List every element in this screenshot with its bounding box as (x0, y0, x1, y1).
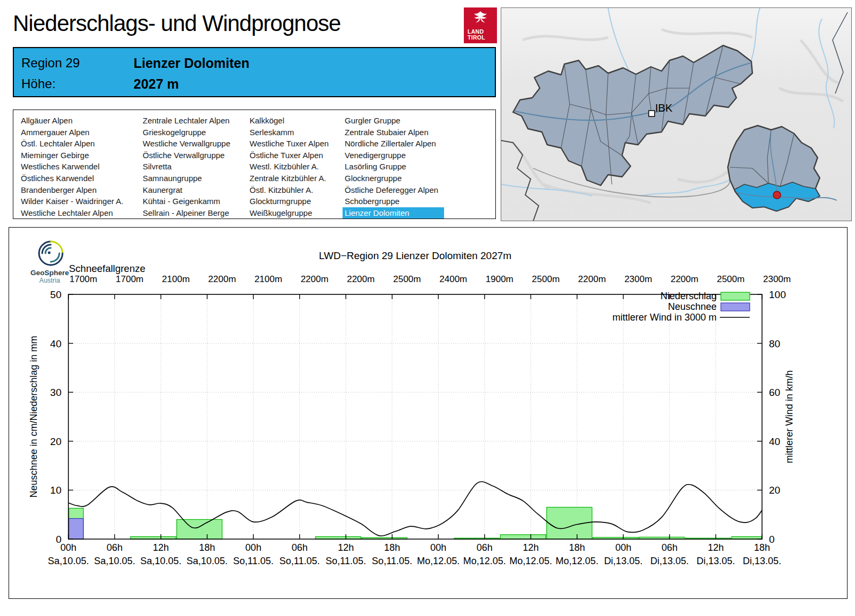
region-info-box: Region 29 Lienzer Dolomiten Höhe: 2027 m (13, 47, 496, 97)
region-list-item[interactable]: Östl. Lechtaler Alpen (19, 138, 123, 150)
snowline-label: Schneefallgrenze (69, 263, 145, 274)
y-axis-left-tick-label: 40 (50, 338, 61, 349)
land-tirol-logo-text: LAND TIROL (468, 29, 485, 41)
region-list-item[interactable]: Kühtai - Geigenkamm (141, 196, 230, 207)
elevation-label: Höhe: (21, 76, 134, 92)
region-list-item[interactable]: Grieskogelgruppe (141, 127, 230, 138)
forecast-chart: 0102030405002040608010000hSa,10.05.06hSa… (9, 228, 847, 598)
tirol-map: IBK (501, 7, 852, 221)
snowline-value: 2500m (393, 274, 421, 284)
wind-line (68, 482, 762, 536)
region-list-item[interactable]: Ammergauer Alpen (19, 127, 123, 138)
elevation-value: 2027 m (134, 76, 179, 92)
region-list-item[interactable]: Schobergruppe (343, 196, 447, 207)
innsbruck-label: IBK (655, 102, 673, 114)
region-list-item[interactable]: Kaunergrat (141, 184, 230, 196)
y-axis-right-tick-label: 100 (769, 289, 786, 300)
region-list-item[interactable]: Westliche Tuxer Alpen (247, 138, 329, 150)
x-axis-time-label: 12h (338, 542, 354, 553)
snowline-value: 2100m (254, 274, 282, 284)
region-list-item[interactable]: Westliches Karwendel (19, 161, 123, 173)
legend-swatch (721, 292, 750, 300)
snowline-value: 2400m (439, 274, 467, 284)
x-axis-date-label: Mo,12.05. (463, 556, 506, 566)
region-list-item[interactable]: Glockturmgruppe (247, 196, 329, 207)
region-list-item[interactable]: Westliche Lechtaler Alpen (19, 207, 123, 219)
snowline-value: 2300m (763, 274, 791, 284)
x-axis-date-label: So,11.05. (325, 556, 366, 566)
forecast-chart-panel: GeoSphere Austria 0102030405002040608010… (9, 227, 848, 599)
region-list-item[interactable]: Lienzer Dolomiten (343, 207, 444, 219)
region-list-item[interactable]: Serleskamm (247, 127, 329, 138)
legend-label: Neuschnee (668, 301, 717, 312)
region-list-item[interactable]: Zentrale Kitzbühler A. (247, 173, 329, 184)
region-list-item[interactable]: Östliche Deferegger Alpen (343, 184, 447, 196)
region-list-item[interactable]: Venedigergruppe (343, 150, 447, 161)
region-list-item[interactable]: Allgäuer Alpen (19, 115, 123, 127)
x-axis-time-label: 00h (430, 542, 446, 553)
tirol-eagle-icon (473, 10, 488, 24)
region-list-item[interactable]: Gurgler Gruppe (343, 115, 447, 127)
x-axis-time-label: 06h (662, 542, 678, 553)
x-axis-time-label: 06h (107, 542, 123, 553)
snowline-value: 2500m (717, 274, 744, 284)
precipitation-bar (177, 519, 222, 539)
snowline-value: 1700m (116, 274, 144, 284)
x-axis-date-label: Sa,10.05. (48, 556, 89, 566)
snowline-value: 1900m (486, 274, 514, 284)
region-list-item[interactable]: Nördliche Zillertaler Alpen (343, 138, 447, 150)
region-list-item[interactable]: Westliche Verwallgruppe (141, 138, 230, 150)
region-name-value: Lienzer Dolomiten (134, 56, 250, 71)
region-list-item[interactable]: Zentrale Stubaier Alpen (343, 127, 447, 138)
x-axis-time-label: 12h (523, 542, 539, 553)
snowline-value: 2100m (162, 274, 190, 284)
region-list-column-1: Allgäuer AlpenAmmergauer AlpenÖstl. Lech… (19, 115, 123, 219)
region-list-item[interactable]: Wilder Kaiser - Waidringer A. (19, 196, 123, 207)
y-axis-right-title: mittlerer Wind in km/h (784, 370, 795, 463)
snowline-value: 2300m (624, 274, 652, 284)
y-axis-left-tick-label: 20 (50, 436, 61, 447)
y-axis-right-tick-label: 60 (769, 387, 780, 398)
snowline-value: 2200m (301, 274, 329, 284)
region-list-item[interactable]: Kalkkögel (247, 115, 329, 127)
snowline-value: 2200m (208, 274, 236, 284)
x-axis-date-label: So,11.05. (233, 556, 274, 566)
x-axis-time-label: 06h (292, 542, 308, 553)
x-axis-time-label: 18h (754, 542, 770, 553)
region-list-item[interactable]: Glocknergruppe (343, 173, 447, 184)
x-axis-date-label: Mo,12.05. (556, 556, 598, 566)
innsbruck-marker (649, 111, 655, 116)
y-axis-right-tick-label: 40 (769, 436, 780, 447)
region-list-item[interactable]: Lasörling Gruppe (343, 161, 447, 173)
snowline-value: 2500m (532, 274, 559, 284)
region-list-item[interactable]: Sellrain - Alpeiner Berge (141, 207, 230, 219)
region-list-column-4: Gurgler GruppeZentrale Stubaier AlpenNör… (343, 115, 447, 219)
region-list-item[interactable]: Samnaungruppe (141, 173, 230, 184)
region-list-item[interactable]: Weißkugelgruppe (247, 207, 329, 219)
y-axis-right-tick-label: 80 (769, 338, 780, 349)
region-list-item[interactable]: Mieminger Gebirge (19, 150, 123, 161)
region-list-item[interactable]: Östliches Karwendel (19, 173, 123, 184)
region-list-item[interactable]: Östliche Verwallgruppe (141, 150, 230, 161)
region-list-item[interactable]: Brandenberger Alpen (19, 184, 123, 196)
x-axis-time-label: 12h (708, 542, 724, 553)
x-axis-date-label: Mo,12.05. (509, 556, 552, 566)
region-list-item[interactable]: Westl. Kitzbühler A. (247, 161, 329, 173)
region-list-item[interactable]: Östl. Kitzbühler A. (247, 184, 329, 196)
plot-border (68, 294, 762, 539)
region-list-item[interactable]: Silvretta (141, 161, 230, 173)
region-number-label: Region 29 (21, 56, 134, 71)
snowline-value: 2200m (671, 274, 698, 284)
x-axis-date-label: Di,13.05. (650, 556, 689, 566)
region-list-column-2: Zentrale Lechtaler AlpenGrieskogelgruppe… (141, 115, 230, 219)
precipitation-bar (500, 535, 546, 539)
region-list-item[interactable]: Östliche Tuxer Alpen (247, 150, 329, 161)
new-snow-bar (69, 519, 83, 539)
x-axis-time-label: 18h (384, 542, 400, 553)
x-axis-date-label: Sa,10.05. (141, 556, 182, 566)
y-axis-right-tick-label: 20 (769, 485, 780, 496)
selected-region-marker (773, 191, 781, 199)
region-list-item[interactable]: Zentrale Lechtaler Alpen (141, 115, 230, 127)
land-tirol-logo: LAND TIROL (464, 7, 497, 43)
x-axis-date-label: Sa,10.05. (186, 556, 228, 566)
